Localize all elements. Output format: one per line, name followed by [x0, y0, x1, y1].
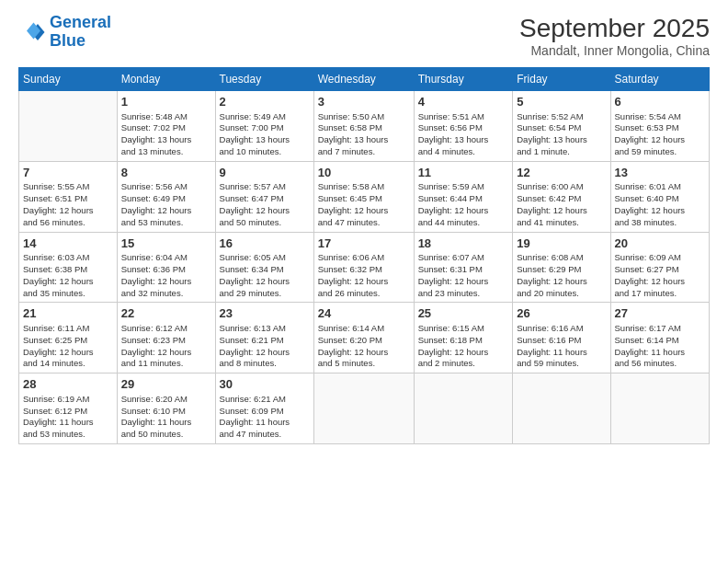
- day-info: Daylight: 12 hours: [23, 276, 113, 288]
- day-info: Sunset: 6:51 PM: [23, 193, 113, 205]
- calendar-cell: 12Sunrise: 6:00 AMSunset: 6:42 PMDayligh…: [513, 161, 610, 232]
- day-info: Sunset: 6:38 PM: [23, 264, 113, 276]
- calendar-cell: 27Sunrise: 6:17 AMSunset: 6:14 PMDayligh…: [610, 303, 709, 373]
- day-info: and 14 minutes.: [23, 358, 113, 370]
- calendar-cell: 21Sunrise: 6:11 AMSunset: 6:25 PMDayligh…: [19, 303, 118, 373]
- day-number: 4: [418, 94, 509, 110]
- day-number: 13: [615, 165, 705, 181]
- day-info: and 38 minutes.: [615, 217, 705, 229]
- calendar-cell: 13Sunrise: 6:01 AMSunset: 6:40 PMDayligh…: [610, 161, 709, 232]
- day-info: Sunrise: 5:51 AM: [418, 111, 509, 123]
- day-info: Sunset: 6:18 PM: [418, 335, 509, 347]
- day-info: Sunrise: 5:52 AM: [517, 111, 606, 123]
- day-info: Sunset: 6:29 PM: [517, 264, 606, 276]
- day-info: Sunrise: 6:01 AM: [615, 181, 705, 193]
- calendar-cell: 6Sunrise: 5:54 AMSunset: 6:53 PMDaylight…: [610, 91, 709, 162]
- day-info: Daylight: 12 hours: [121, 276, 211, 288]
- day-info: Sunset: 6:42 PM: [517, 193, 606, 205]
- day-info: Sunrise: 6:21 AM: [220, 394, 310, 406]
- day-info: Daylight: 12 hours: [220, 276, 310, 288]
- day-info: Daylight: 12 hours: [318, 205, 410, 217]
- logo-text: General Blue: [50, 14, 111, 51]
- day-number: 14: [23, 236, 113, 252]
- day-number: 23: [220, 305, 310, 322]
- day-info: Sunset: 6:09 PM: [220, 406, 310, 418]
- weekday-header-sunday: Sunday: [19, 68, 118, 91]
- day-info: Daylight: 13 hours: [418, 134, 509, 146]
- day-info: Sunrise: 5:50 AM: [318, 111, 410, 123]
- subtitle: Mandalt, Inner Mongolia, China: [519, 43, 710, 58]
- day-info: Sunset: 7:00 PM: [220, 122, 310, 134]
- day-info: Daylight: 11 hours: [220, 417, 310, 429]
- calendar-week-row: 7Sunrise: 5:55 AMSunset: 6:51 PMDaylight…: [19, 161, 710, 232]
- day-info: and 44 minutes.: [418, 217, 509, 229]
- calendar-cell: 14Sunrise: 6:03 AMSunset: 6:38 PMDayligh…: [19, 232, 118, 303]
- calendar-cell: 23Sunrise: 6:13 AMSunset: 6:21 PMDayligh…: [215, 303, 313, 373]
- calendar-cell: 18Sunrise: 6:07 AMSunset: 6:31 PMDayligh…: [414, 232, 513, 303]
- calendar-week-row: 1Sunrise: 5:48 AMSunset: 7:02 PMDaylight…: [19, 91, 710, 162]
- day-number: 30: [220, 376, 310, 393]
- day-info: Sunrise: 5:58 AM: [318, 181, 410, 193]
- day-number: 1: [121, 94, 211, 110]
- day-info: Sunset: 6:16 PM: [517, 335, 606, 347]
- calendar-cell: 19Sunrise: 6:08 AMSunset: 6:29 PMDayligh…: [513, 232, 610, 303]
- day-info: and 53 minutes.: [23, 429, 113, 441]
- day-info: Daylight: 11 hours: [615, 347, 705, 359]
- day-info: and 7 minutes.: [318, 146, 410, 158]
- day-info: Sunrise: 6:06 AM: [318, 252, 410, 264]
- day-number: 26: [517, 305, 606, 322]
- calendar-cell: 24Sunrise: 6:14 AMSunset: 6:20 PMDayligh…: [313, 303, 414, 373]
- day-info: Sunrise: 6:08 AM: [517, 252, 606, 264]
- day-info: Sunset: 6:25 PM: [23, 335, 113, 347]
- day-info: Daylight: 13 hours: [517, 134, 606, 146]
- day-info: Sunrise: 6:04 AM: [121, 252, 211, 264]
- day-info: Sunrise: 6:14 AM: [318, 323, 410, 335]
- day-number: 24: [318, 305, 410, 322]
- day-info: and 1 minute.: [517, 146, 606, 158]
- day-info: Daylight: 11 hours: [23, 417, 113, 429]
- day-info: Sunset: 6:20 PM: [318, 335, 410, 347]
- day-info: Sunrise: 5:56 AM: [121, 181, 211, 193]
- day-info: Sunset: 6:23 PM: [121, 335, 211, 347]
- day-info: Sunrise: 6:16 AM: [517, 323, 606, 335]
- day-number: 29: [121, 376, 211, 393]
- day-info: Sunset: 6:56 PM: [418, 122, 509, 134]
- day-info: and 53 minutes.: [121, 217, 211, 229]
- day-info: Daylight: 13 hours: [220, 134, 310, 146]
- day-info: Daylight: 11 hours: [517, 347, 606, 359]
- day-info: and 59 minutes.: [615, 146, 705, 158]
- day-info: Sunset: 6:40 PM: [615, 193, 705, 205]
- day-info: Sunset: 6:34 PM: [220, 264, 310, 276]
- day-info: Sunset: 6:58 PM: [318, 122, 410, 134]
- day-info: Sunrise: 6:20 AM: [121, 394, 211, 406]
- day-info: and 4 minutes.: [418, 146, 509, 158]
- calendar-cell: 1Sunrise: 5:48 AMSunset: 7:02 PMDaylight…: [117, 91, 215, 162]
- day-info: Sunrise: 6:19 AM: [23, 394, 113, 406]
- day-info: Sunrise: 6:03 AM: [23, 252, 113, 264]
- calendar-week-row: 21Sunrise: 6:11 AMSunset: 6:25 PMDayligh…: [19, 303, 710, 373]
- calendar-week-row: 28Sunrise: 6:19 AMSunset: 6:12 PMDayligh…: [19, 373, 710, 444]
- day-info: and 26 minutes.: [318, 288, 410, 300]
- day-number: 3: [318, 94, 410, 110]
- calendar-cell: 28Sunrise: 6:19 AMSunset: 6:12 PMDayligh…: [19, 373, 118, 444]
- day-info: Daylight: 12 hours: [318, 276, 410, 288]
- day-number: 19: [517, 236, 606, 252]
- calendar-cell: 26Sunrise: 6:16 AMSunset: 6:16 PMDayligh…: [513, 303, 610, 373]
- day-info: and 59 minutes.: [517, 358, 606, 370]
- logo-line1: General: [50, 13, 111, 31]
- day-info: Daylight: 11 hours: [121, 417, 211, 429]
- calendar-cell: [19, 91, 118, 162]
- day-info: Daylight: 12 hours: [23, 347, 113, 359]
- calendar-cell: 22Sunrise: 6:12 AMSunset: 6:23 PMDayligh…: [117, 303, 215, 373]
- weekday-header-wednesday: Wednesday: [313, 68, 414, 91]
- day-number: 17: [318, 236, 410, 252]
- calendar-cell: 17Sunrise: 6:06 AMSunset: 6:32 PMDayligh…: [313, 232, 414, 303]
- day-info: Sunrise: 6:17 AM: [615, 323, 705, 335]
- day-number: 8: [121, 165, 211, 181]
- calendar-cell: 9Sunrise: 5:57 AMSunset: 6:47 PMDaylight…: [215, 161, 313, 232]
- day-info: and 56 minutes.: [23, 217, 113, 229]
- day-info: Sunrise: 6:15 AM: [418, 323, 509, 335]
- day-info: and 47 minutes.: [318, 217, 410, 229]
- day-info: Daylight: 13 hours: [318, 134, 410, 146]
- day-info: Sunrise: 6:11 AM: [23, 323, 113, 335]
